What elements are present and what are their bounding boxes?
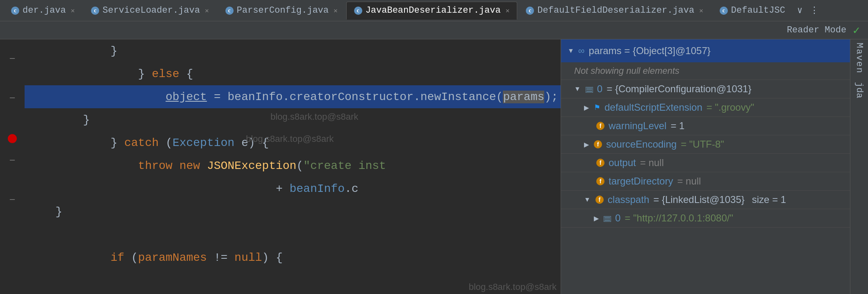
debug-val-targetdirectory: = null bbox=[677, 175, 701, 187]
debug-item-warninglevel-icon: f bbox=[596, 122, 604, 130]
debug-val-output: = null bbox=[640, 157, 664, 169]
tab-defaultjsc[interactable]: c DefaultJSC bbox=[712, 2, 793, 20]
debug-item-defaultscriptext-expand[interactable]: ▶ bbox=[584, 104, 589, 112]
debug-item-output-icon: f bbox=[596, 159, 604, 167]
tab-overflow-button[interactable]: ∨ bbox=[794, 3, 806, 18]
tab-close-parserconfig[interactable]: ✕ bbox=[334, 7, 338, 15]
gutter-collapse-1[interactable]: — bbox=[5, 51, 20, 66]
debug-panel: ▼ ∞ params = {Object[3]@1057} Not showin… bbox=[561, 39, 868, 294]
tab-close-defaultfielddeserializer[interactable]: ✕ bbox=[699, 7, 703, 15]
debug-header-collapse[interactable]: ▼ bbox=[568, 47, 574, 55]
code-content-8: } bbox=[28, 205, 62, 218]
debug-item-0-list-icon bbox=[586, 83, 593, 95]
debug-item-classpath[interactable]: ▼ f classpath = {LinkedList@1035} size =… bbox=[561, 191, 868, 209]
debug-val-classpath-size: size = 1 bbox=[752, 194, 786, 205]
debug-val-warninglevel: = 1 bbox=[670, 120, 684, 132]
gutter-collapse-3[interactable]: — bbox=[5, 153, 20, 167]
tab-icon-serviceloader: c bbox=[91, 7, 99, 15]
right-sidebar: Maven jda bbox=[850, 39, 868, 294]
debug-key-output: output bbox=[609, 157, 636, 169]
debug-val-url: = "http://127.0.0.1:8080/" bbox=[625, 212, 733, 224]
debug-item-warninglevel[interactable]: f warningLevel = 1 bbox=[561, 117, 868, 135]
gutter-collapse-4[interactable]: — bbox=[5, 192, 20, 207]
debug-item-targetdirectory[interactable]: f targetDirectory = null bbox=[561, 172, 868, 191]
check-icon[interactable]: ✓ bbox=[853, 23, 860, 37]
tab-label-javabeandeserializer: JavaBeanDeserializer.java bbox=[366, 5, 501, 16]
debug-item-flag-icon: ⚑ bbox=[594, 103, 600, 112]
debug-item-0-expand[interactable]: ▼ bbox=[574, 85, 581, 93]
debug-item-url-list-icon bbox=[604, 212, 611, 224]
breakpoint-indicator[interactable] bbox=[5, 131, 20, 146]
debug-val-classpath: = {LinkedList@1035} bbox=[653, 194, 745, 205]
tab-der-java[interactable]: c der.java ✕ bbox=[3, 2, 82, 20]
tab-close-javabeandeserializer[interactable]: ✕ bbox=[506, 7, 510, 15]
debug-item-targetdirectory-icon: f bbox=[596, 177, 604, 185]
tab-label-defaultjsc: DefaultJSC bbox=[731, 5, 785, 16]
tab-defaultfielddeserializer[interactable]: c DefaultFieldDeserializer.java ✕ bbox=[518, 2, 711, 20]
tab-menu-button[interactable]: ⋮ bbox=[807, 3, 822, 18]
main-area: blog.s8ark.top@s8ark — — — — } } else { bbox=[0, 39, 868, 294]
tab-close-der[interactable]: ✕ bbox=[71, 7, 75, 15]
tab-label-parserconfig: ParserConfig.java bbox=[237, 5, 329, 16]
left-gutter: — — — — bbox=[0, 39, 25, 294]
debug-item-sourceencoding[interactable]: ▶ f sourceEncoding = "UTF-8" bbox=[561, 135, 868, 154]
debug-header: ▼ ∞ params = {Object[3]@1057} bbox=[561, 39, 868, 62]
tab-label-serviceloader: ServiceLoader.java bbox=[102, 5, 200, 16]
debug-item-defaultscriptext[interactable]: ▶ ⚑ defaultScriptExtension = ".groovy" bbox=[561, 98, 868, 117]
debug-val-sourceencoding: = "UTF-8" bbox=[681, 139, 724, 150]
code-content-10: if (paramNames != null) { bbox=[28, 239, 283, 277]
reader-mode-label: Reader Mode bbox=[787, 25, 846, 35]
maven-sidebar-label[interactable]: Maven bbox=[854, 43, 864, 74]
tab-close-serviceloader[interactable]: ✕ bbox=[205, 7, 209, 15]
debug-item-sourceencoding-icon: f bbox=[594, 140, 602, 148]
tab-icon-der: c bbox=[11, 7, 19, 15]
tab-javabeandeserializer[interactable]: c JavaBeanDeserializer.java ✕ bbox=[346, 2, 518, 20]
debug-header-text: params = {Object[3]@1057} bbox=[589, 45, 711, 57]
toolbar: Reader Mode ✓ bbox=[0, 21, 868, 39]
middle-watermark: blog.s8ark.top@s8ark bbox=[270, 112, 358, 122]
debug-item-sourceencoding-expand[interactable]: ▶ bbox=[584, 141, 589, 148]
tab-parserconfig[interactable]: c ParserConfig.java ✕ bbox=[218, 2, 345, 20]
tab-serviceloader[interactable]: c ServiceLoader.java ✕ bbox=[83, 2, 216, 20]
debug-item-output[interactable]: f output = null bbox=[561, 154, 868, 172]
jda-sidebar-label[interactable]: jda bbox=[854, 82, 864, 98]
tab-bar: c der.java ✕ c ServiceLoader.java ✕ c Pa… bbox=[0, 0, 868, 21]
debug-header-infinity-icon: ∞ bbox=[578, 46, 585, 56]
tab-icon-javabeandeserializer: c bbox=[354, 7, 362, 15]
debug-not-showing: Not showing null elements bbox=[561, 62, 868, 80]
debug-key-classpath: classpath bbox=[608, 194, 649, 205]
debug-key-warninglevel: warningLevel bbox=[609, 120, 666, 132]
gutter-collapse-2[interactable]: — bbox=[5, 90, 20, 105]
debug-item-0-value: = {CompilerConfiguration@1031} bbox=[607, 83, 751, 95]
debug-key-defaultscriptext: defaultScriptExtension bbox=[604, 102, 702, 113]
debug-item-0-key: 0 bbox=[597, 83, 602, 95]
debug-not-showing-text: Not showing null elements bbox=[574, 66, 679, 76]
tab-label-defaultfielddeserializer: DefaultFieldDeserializer.java bbox=[537, 5, 694, 16]
tab-icon-defaultjsc: c bbox=[720, 7, 728, 15]
tab-icon-parserconfig: c bbox=[225, 7, 234, 15]
debug-item-url[interactable]: ▶ 0 = "http://127.0.0.1:8080/" bbox=[561, 209, 868, 228]
debug-key-targetdirectory: targetDirectory bbox=[609, 175, 673, 187]
debug-item-0[interactable]: ▼ 0 = {CompilerConfiguration@1031} bbox=[561, 80, 868, 98]
tab-icon-defaultfielddeserializer: c bbox=[526, 7, 534, 15]
debug-key-sourceencoding: sourceEncoding bbox=[606, 139, 677, 150]
debug-item-classpath-expand[interactable]: ▼ bbox=[584, 196, 591, 203]
bottom-watermark-right: blog.s8ark.top@s8ark bbox=[469, 282, 557, 292]
debug-item-classpath-icon: f bbox=[595, 196, 604, 204]
debug-key-url: 0 bbox=[615, 212, 620, 224]
tab-label-der: der.java bbox=[23, 5, 66, 16]
debug-val-defaultscriptext: = ".groovy" bbox=[707, 102, 754, 113]
debug-item-url-expand[interactable]: ▶ bbox=[594, 214, 599, 222]
